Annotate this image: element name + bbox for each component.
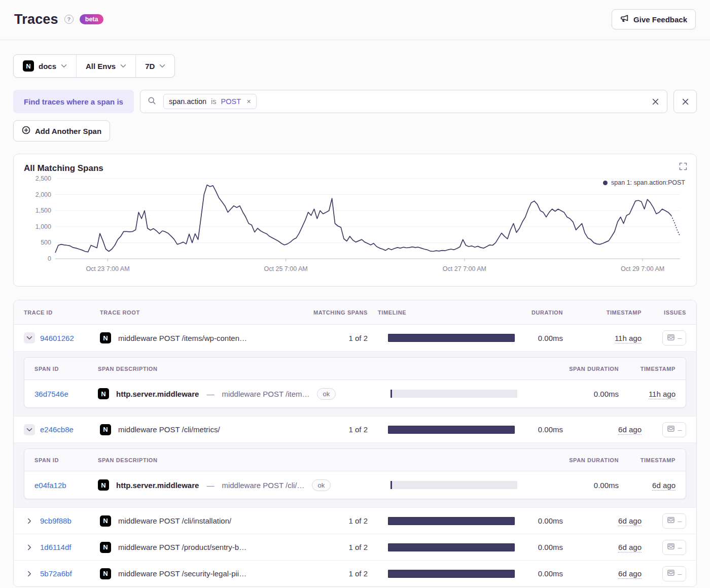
issues-archive-icon — [667, 425, 675, 434]
trace-id-link[interactable]: 9cb9f88b — [40, 516, 72, 525]
span-row[interactable]: e04fa12b N http.server.middleware — midd… — [24, 471, 686, 499]
help-icon[interactable]: ? — [64, 15, 74, 24]
environment-selector[interactable]: All Envs — [76, 55, 135, 77]
megaphone-icon — [620, 14, 629, 24]
span-timestamp-value[interactable]: 11h ago — [649, 390, 676, 399]
matching-spans-count: 1 of 2 — [312, 543, 368, 551]
table-row[interactable]: 9cb9f88b N middleware POST /cli/installa… — [14, 507, 696, 534]
chart-legend: span 1: span.action:POST — [603, 179, 685, 186]
issues-button[interactable]: – — [662, 422, 686, 437]
environment-label: All Envs — [86, 62, 116, 71]
trace-id-link[interactable]: e246cb8e — [40, 425, 74, 434]
clear-search-button[interactable] — [651, 97, 660, 106]
issues-button[interactable]: – — [662, 566, 686, 581]
give-feedback-label: Give Feedback — [633, 15, 687, 24]
chevron-down-icon — [120, 64, 126, 68]
span-op-name: http.server.middleware — [116, 481, 199, 490]
project-icon: N — [100, 568, 111, 579]
trace-id-link[interactable]: 1d6114df — [40, 543, 71, 551]
expand-chevron-button[interactable] — [24, 424, 35, 435]
trace-table-header: Trace ID Trace Root Matching Spans Timel… — [14, 300, 696, 325]
issues-button[interactable]: – — [662, 540, 686, 555]
add-another-span-label: Add Another Span — [35, 127, 101, 135]
duration-value: 0.00ms — [515, 569, 563, 578]
timestamp-value[interactable]: 6d ago — [618, 425, 642, 435]
span-row[interactable]: 36d7546e N http.server.middleware — midd… — [24, 380, 686, 407]
give-feedback-button[interactable]: Give Feedback — [612, 9, 696, 29]
table-row[interactable]: e246cb8e N middleware POST /cli/metrics/… — [14, 416, 696, 442]
trace-id-link[interactable]: 94601262 — [40, 334, 74, 342]
timeline-bar[interactable] — [388, 543, 515, 551]
span-timestamp-value[interactable]: 6d ago — [652, 481, 676, 491]
remove-span-row-button[interactable] — [673, 90, 697, 113]
table-row[interactable]: 5b72a6bf N middleware POST /security-leg… — [14, 560, 696, 586]
span-query-row: Find traces where a span is span.action … — [13, 90, 697, 113]
issues-archive-icon — [667, 516, 675, 526]
span-table-header: Span ID Span Description Span Duration T… — [24, 449, 686, 471]
trace-root-text: middleware POST /security-legal-pii… — [118, 569, 246, 578]
project-icon: N — [23, 60, 34, 72]
timeline-bar[interactable] — [388, 426, 515, 434]
col-span-id: Span ID — [34, 457, 98, 463]
trace-id-link[interactable]: 5b72a6bf — [40, 569, 72, 578]
matching-spans-chart-card: All Matching Spans span 1: span.action:P… — [13, 154, 697, 287]
timestamp-value[interactable]: 11h ago — [615, 334, 642, 343]
issues-button[interactable]: – — [662, 330, 686, 345]
timestamp-value[interactable]: 6d ago — [618, 543, 642, 552]
svg-text:1,500: 1,500 — [36, 207, 51, 214]
col-duration: Duration — [515, 309, 563, 316]
matching-spans-count: 1 of 2 — [312, 334, 368, 342]
token-remove-icon[interactable]: ✕ — [245, 99, 251, 105]
col-timestamp: Timestamp — [563, 309, 642, 316]
span-desc-dash: — — [206, 390, 215, 398]
token-key: span.action — [169, 97, 206, 106]
col-span-description: Span Description — [98, 457, 390, 463]
table-row[interactable]: 1d6114df N middleware POST /product/sent… — [14, 534, 696, 560]
chart-title: All Matching Spans — [24, 163, 686, 174]
expand-chevron-button[interactable] — [24, 568, 35, 579]
span-status-badge: ok — [317, 388, 336, 400]
trace-root-text: middleware POST /cli/metrics/ — [118, 425, 220, 434]
col-matching-spans: Matching Spans — [312, 309, 368, 316]
timeline-bar[interactable] — [388, 517, 515, 525]
project-label: docs — [39, 62, 56, 71]
project-icon: N — [100, 332, 111, 343]
table-row[interactable]: 94601262 N middleware POST /items/wp-con… — [14, 325, 696, 351]
span-timeline-bar[interactable] — [390, 390, 517, 398]
svg-text:2,000: 2,000 — [36, 191, 51, 198]
issues-archive-icon — [667, 542, 675, 552]
fullscreen-expand-button[interactable] — [679, 162, 687, 172]
period-selector[interactable]: 7D — [135, 55, 174, 77]
span-desc-dash: — — [206, 481, 215, 490]
chevron-down-icon — [159, 64, 165, 68]
timeline-bar[interactable] — [388, 334, 515, 342]
filter-token[interactable]: span.action is POST ✕ — [163, 94, 257, 109]
span-id-link[interactable]: e04fa12b — [34, 481, 98, 490]
issues-dash: – — [678, 544, 682, 551]
span-status-badge: ok — [312, 479, 331, 491]
expand-chevron-button[interactable] — [24, 332, 35, 343]
duration-value: 0.00ms — [515, 543, 563, 551]
trace-root-text: middleware POST /items/wp-conten… — [118, 334, 247, 342]
add-another-span-button[interactable]: Add Another Span — [13, 120, 110, 142]
beta-badge: beta — [80, 14, 104, 24]
span-id-link[interactable]: 36d7546e — [34, 390, 98, 398]
issues-dash: – — [678, 570, 682, 577]
timestamp-value[interactable]: 6d ago — [618, 516, 642, 526]
project-selector[interactable]: N docs — [14, 55, 76, 77]
trace-root-text: middleware POST /cli/installation/ — [118, 516, 231, 525]
timeline-bar[interactable] — [388, 570, 515, 578]
col-span-timestamp: Timestamp — [619, 366, 676, 372]
spans-line-chart[interactable]: 05001,0001,5002,0002,500Oct 23 7:00 AMOc… — [24, 174, 686, 281]
svg-text:1,000: 1,000 — [36, 223, 51, 230]
col-timeline: Timeline — [368, 309, 515, 316]
expanded-span-section: Span ID Span Description Span Duration T… — [14, 442, 696, 507]
expand-chevron-button[interactable] — [24, 515, 35, 527]
project-icon: N — [100, 515, 111, 527]
col-trace-root: Trace Root — [100, 309, 312, 316]
timestamp-value[interactable]: 6d ago — [618, 569, 642, 579]
expand-chevron-button[interactable] — [24, 542, 35, 553]
span-timeline-bar[interactable] — [390, 481, 517, 489]
span-search-input[interactable]: span.action is POST ✕ — [140, 90, 667, 113]
issues-button[interactable]: – — [662, 513, 686, 529]
